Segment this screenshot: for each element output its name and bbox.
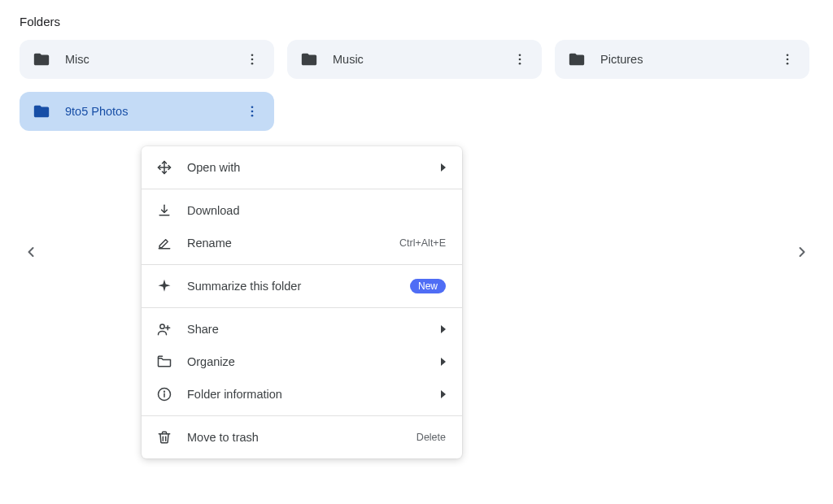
svg-point-4 [519,59,521,61]
svg-point-0 [251,54,254,56]
svg-point-10 [251,111,254,113]
menu-item-summarize[interactable]: Summarize this folder New [142,270,462,302]
svg-point-8 [787,63,789,65]
svg-point-7 [787,59,789,61]
menu-label: Download [187,204,446,217]
folder-name: Pictures [600,53,774,66]
menu-label: Summarize this folder [187,280,410,293]
folder-card-pictures[interactable]: Pictures [555,40,809,79]
svg-point-9 [251,106,254,108]
folder-name: Music [333,53,506,66]
menu-item-folder-info[interactable]: Folder information [142,378,462,411]
folder-icon [568,50,586,68]
open-with-icon [156,159,172,176]
svg-point-1 [251,59,254,61]
info-icon [156,386,172,402]
folder-icon [33,102,50,120]
menu-divider [142,415,462,416]
more-options-button[interactable] [238,98,266,125]
submenu-arrow-icon [441,390,446,398]
folder-name: Misc [65,53,238,66]
menu-item-organize[interactable]: Organize [142,345,462,378]
svg-point-5 [519,63,521,65]
share-icon [156,321,172,337]
more-options-button[interactable] [774,46,801,73]
new-badge: New [410,279,446,293]
submenu-arrow-icon [441,358,446,366]
folder-card-misc[interactable]: Misc [20,40,274,79]
folder-grid: Misc Music Pictures 9to5 Photos [20,40,813,131]
svg-point-15 [164,391,165,392]
menu-divider [142,264,462,265]
rename-icon [156,235,172,251]
menu-label: Folder information [187,388,441,401]
menu-label: Share [187,323,441,336]
svg-point-12 [160,324,164,328]
menu-item-open-with[interactable]: Open with [142,151,462,184]
carousel-next-button[interactable] [791,241,813,263]
more-options-button[interactable] [238,46,266,73]
menu-divider [142,307,462,308]
folder-icon [33,50,50,68]
trash-icon [156,429,172,445]
svg-point-6 [787,54,789,56]
svg-point-3 [519,54,521,56]
menu-item-download[interactable]: Download [142,194,462,227]
menu-label: Rename [187,237,399,250]
svg-point-11 [251,115,254,117]
menu-label: Open with [187,161,441,174]
keyboard-shortcut: Ctrl+Alt+E [399,237,446,249]
menu-item-move-to-trash[interactable]: Move to trash Delete [142,421,462,454]
folder-icon [300,50,318,68]
menu-divider [142,189,462,189]
folder-context-menu: Open with Download Rename Ctrl+Alt+E Sum… [142,146,462,458]
submenu-arrow-icon [441,163,446,172]
keyboard-shortcut: Delete [416,432,446,443]
menu-label: Organize [187,355,441,368]
sparkle-icon [156,278,172,294]
download-icon [156,202,172,219]
submenu-arrow-icon [441,325,446,333]
svg-point-2 [251,63,254,65]
section-label-folders: Folders [20,15,813,28]
organize-icon [156,354,172,370]
folder-name: 9to5 Photos [65,105,238,118]
menu-label: Move to trash [187,431,416,444]
menu-item-share[interactable]: Share [142,313,462,345]
menu-item-rename[interactable]: Rename Ctrl+Alt+E [142,227,462,259]
folder-card-music[interactable]: Music [287,40,542,79]
folder-card-9to5-photos[interactable]: 9to5 Photos [20,92,274,131]
more-options-button[interactable] [506,46,534,73]
carousel-prev-button[interactable] [20,241,42,263]
